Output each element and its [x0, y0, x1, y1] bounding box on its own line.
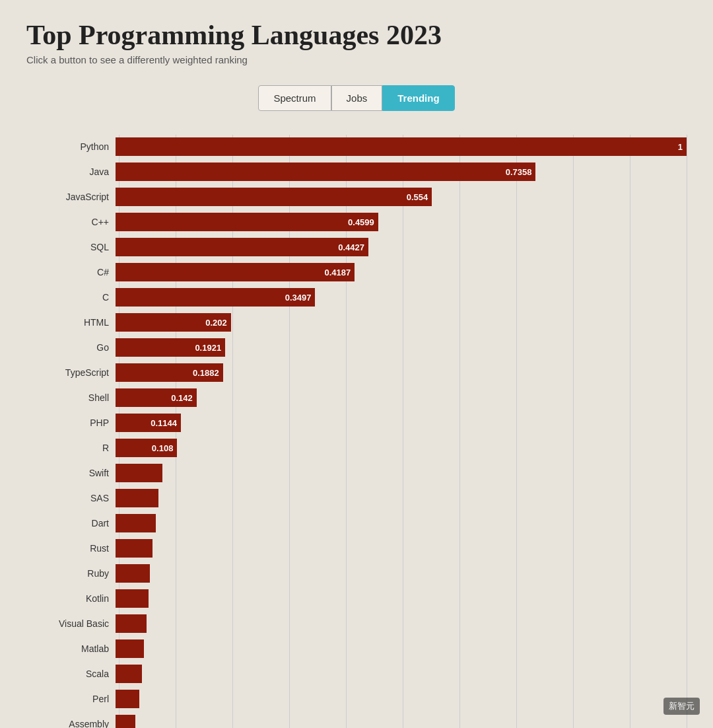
bar: 0.7358	[116, 163, 535, 181]
bar: 0.142	[116, 388, 197, 407]
lang-label: Visual Basic	[26, 618, 116, 629]
lang-label: Ruby	[26, 568, 116, 579]
bar-row: PHP0.1144	[26, 411, 687, 435]
spectrum-button[interactable]: Spectrum	[258, 85, 331, 111]
lang-label: Perl	[26, 694, 116, 704]
lang-label: PHP	[26, 418, 116, 428]
bar-row: TypeScript0.1882	[26, 361, 687, 384]
bar-value: 0.108	[152, 443, 174, 453]
bar-row: C#0.4187	[26, 260, 687, 284]
bar: 0.554	[116, 188, 432, 206]
bar-row: C0.3497	[26, 285, 687, 309]
jobs-button[interactable]: Jobs	[331, 85, 383, 111]
subtitle: Click a button to see a differently weig…	[26, 54, 687, 65]
bar-value: 0.4187	[324, 268, 351, 277]
bar-row: C++0.4599	[26, 210, 687, 234]
bar-row: Shell0.142	[26, 386, 687, 410]
lang-label: Rust	[26, 543, 116, 554]
bar	[116, 514, 156, 532]
bar-row: Python1	[26, 135, 687, 159]
bar-row: Matlab	[26, 637, 687, 661]
bar	[116, 539, 153, 558]
lang-label: Dart	[26, 518, 116, 528]
lang-label: SQL	[26, 242, 116, 252]
bar-row: HTML0.202	[26, 310, 687, 334]
page-title: Top Programming Languages 2023	[26, 20, 687, 50]
bar-row: Perl	[26, 687, 687, 711]
bar: 0.108	[116, 439, 177, 457]
bar-row: Go0.1921	[26, 336, 687, 359]
lang-label: Python	[26, 141, 116, 152]
watermark: 新智元	[663, 698, 700, 715]
bar-row: SAS	[26, 486, 687, 510]
trending-button[interactable]: Trending	[382, 85, 454, 111]
bar-row: Java0.7358	[26, 160, 687, 184]
bar-value: 1	[678, 142, 683, 152]
bar-value: 0.1144	[151, 418, 177, 428]
bar-row: JavaScript0.554	[26, 185, 687, 209]
bar-row: Rust	[26, 536, 687, 560]
bar-row: Ruby	[26, 562, 687, 585]
bar-value: 0.1882	[193, 368, 219, 378]
bar-value: 0.202	[205, 318, 227, 328]
bar: 1	[116, 137, 687, 156]
lang-label: C#	[26, 267, 116, 277]
bar	[116, 715, 135, 728]
bar: 0.4599	[116, 213, 378, 231]
bar-row: Kotlin	[26, 587, 687, 610]
bar: 0.3497	[116, 288, 315, 307]
lang-label: Shell	[26, 392, 116, 403]
bar-value: 0.7358	[506, 167, 532, 177]
bar: 0.1144	[116, 414, 181, 432]
bar-row: Assembly	[26, 712, 687, 728]
bar	[116, 665, 142, 683]
bar	[116, 614, 147, 633]
lang-label: SAS	[26, 493, 116, 503]
bar-value: 0.554	[407, 192, 428, 202]
bar	[116, 589, 149, 608]
lang-label: Scala	[26, 669, 116, 679]
lang-label: HTML	[26, 317, 116, 328]
bar-row: SQL0.4427	[26, 235, 687, 259]
bar-row: Dart	[26, 511, 687, 535]
bar-row: Scala	[26, 662, 687, 686]
bar-value: 0.1921	[195, 343, 221, 353]
bar-value: 0.3497	[285, 293, 312, 303]
bar	[116, 564, 150, 583]
bar: 0.4187	[116, 263, 355, 281]
bar-value: 0.4427	[338, 242, 364, 252]
lang-label: C	[26, 292, 116, 303]
lang-label: Go	[26, 342, 116, 353]
bar-row: Visual Basic	[26, 612, 687, 636]
bar	[116, 464, 162, 482]
bar-row: R0.108	[26, 436, 687, 460]
bar	[116, 639, 144, 658]
bar	[116, 489, 158, 507]
lang-label: Matlab	[26, 643, 116, 654]
lang-label: Kotlin	[26, 593, 116, 604]
lang-label: R	[26, 443, 116, 453]
lang-label: C++	[26, 217, 116, 227]
bar	[116, 690, 139, 708]
bar-row: Swift	[26, 461, 687, 485]
bar: 0.202	[116, 313, 231, 332]
bar-value: 0.142	[171, 393, 193, 403]
bar-value: 0.4599	[348, 217, 374, 227]
chart-area: Python1Java0.7358JavaScript0.554C++0.459…	[26, 135, 687, 728]
bar: 0.4427	[116, 238, 368, 256]
bar: 0.1882	[116, 363, 223, 382]
lang-label: Swift	[26, 468, 116, 478]
lang-label: TypeScript	[26, 367, 116, 378]
lang-label: Java	[26, 166, 116, 177]
bar: 0.1921	[116, 338, 225, 357]
lang-label: Assembly	[26, 719, 116, 728]
lang-label: JavaScript	[26, 192, 116, 202]
filter-buttons: Spectrum Jobs Trending	[26, 85, 687, 111]
